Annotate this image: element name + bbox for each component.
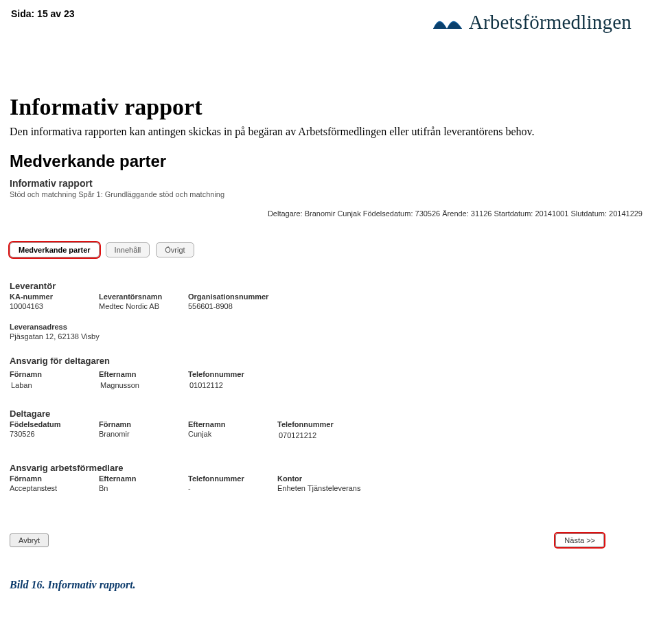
participant-summary-line: Deltagare: Branomir Cunjak Födelsedatum:… xyxy=(10,209,643,218)
label-deltagare-fornamn: Förnamn xyxy=(99,420,188,428)
field-ka-nummer: KA-nummer 10004163 xyxy=(10,292,99,310)
value-deltagare-dob: 730526 xyxy=(10,430,99,438)
field-leverantorsnamn: Leverantörsnamn Medtec Nordic AB xyxy=(99,292,188,310)
group-leverantor: Leverantör KA-nummer 10004163 Leverantör… xyxy=(10,281,645,341)
field-leveransadress: Leveransadress Pjäsgatan 12, 62138 Visby xyxy=(10,323,645,341)
group-title-ansvarig: Ansvarig för deltagaren xyxy=(10,356,645,366)
field-ansvarig-fornamn: Förnamn Laban xyxy=(10,370,99,389)
label-formedlare-efternamn: Efternamn xyxy=(99,474,188,483)
section-description: Den informativa rapporten kan antingen s… xyxy=(10,124,647,139)
form-subtitle: Stöd och matchning Spår 1: Grundläggande… xyxy=(10,190,645,198)
value-deltagare-fornamn: Branomir xyxy=(99,430,188,438)
field-deltagare-telefon: Telefonnummer 070121212 xyxy=(277,420,367,439)
field-orgnr: Organisationsnummer 556601-8908 xyxy=(188,292,305,310)
label-ansvarig-fornamn: Förnamn xyxy=(10,370,99,378)
label-ka-nummer: KA-nummer xyxy=(10,292,99,301)
value-ansvarig-telefon: 01012112 xyxy=(189,381,277,389)
group-title-deltagare: Deltagare xyxy=(10,409,645,419)
value-ansvarig-efternamn: Magnusson xyxy=(100,381,188,389)
label-formedlare-kontor: Kontor xyxy=(277,474,394,483)
group-title-leverantor: Leverantör xyxy=(10,281,645,291)
tab-medverkande-parter[interactable]: Medverkande parter xyxy=(10,242,100,257)
figure-caption: Bild 16. Informativ rapport. xyxy=(10,579,647,591)
label-formedlare-fornamn: Förnamn xyxy=(10,474,99,483)
brand-text: Arbetsförmedlingen xyxy=(469,11,632,34)
field-deltagare-fornamn: Förnamn Branomir xyxy=(99,420,188,439)
field-ansvarig-efternamn: Efternamn Magnusson xyxy=(99,370,188,389)
group-formedlare: Ansvarig arbetsförmedlare Förnamn Accept… xyxy=(10,463,645,495)
value-formedlare-telefon: - xyxy=(188,484,277,492)
field-formedlare-telefon: Telefonnummer - xyxy=(188,474,277,492)
value-orgnr: 556601-8908 xyxy=(188,302,305,310)
value-leveransadress: Pjäsgatan 12, 62138 Visby xyxy=(10,332,645,341)
tab-innehall[interactable]: Innehåll xyxy=(106,242,150,257)
value-leverantorsnamn: Medtec Nordic AB xyxy=(99,302,188,310)
label-ansvarig-telefon: Telefonnummer xyxy=(188,370,277,378)
label-orgnr: Organisationsnummer xyxy=(188,292,305,301)
brand-logo: Arbetsförmedlingen xyxy=(432,11,632,34)
value-formedlare-fornamn: Acceptanstest xyxy=(10,484,99,492)
value-ansvarig-fornamn: Laban xyxy=(11,381,99,389)
value-deltagare-efternamn: Cunjak xyxy=(188,430,277,438)
group-ansvarig: Ansvarig för deltagaren Förnamn Laban Ef… xyxy=(10,356,645,392)
field-deltagare-efternamn: Efternamn Cunjak xyxy=(188,420,277,439)
label-leverantorsnamn: Leverantörsnamn xyxy=(99,292,188,301)
label-deltagare-efternamn: Efternamn xyxy=(188,420,277,428)
subsection-title: Medverkande parter xyxy=(10,152,647,171)
group-title-formedlare: Ansvarig arbetsförmedlare xyxy=(10,463,645,473)
tab-row: Medverkande parter Innehåll Övrigt xyxy=(10,242,645,257)
section-title: Informativ rapport xyxy=(10,94,647,120)
value-ka-nummer: 10004163 xyxy=(10,302,99,310)
form-footer-buttons: Avbryt Nästa >> xyxy=(10,533,645,547)
brand-mark-icon xyxy=(432,14,463,32)
label-deltagare-dob: Födelsedatum xyxy=(10,420,99,428)
form-screenshot-area: Informativ rapport Stöd och matchning Sp… xyxy=(10,178,645,547)
label-ansvarig-efternamn: Efternamn xyxy=(99,370,188,378)
field-ansvarig-telefon: Telefonnummer 01012112 xyxy=(188,370,277,389)
field-formedlare-efternamn: Efternamn Bn xyxy=(99,474,188,492)
field-formedlare-fornamn: Förnamn Acceptanstest xyxy=(10,474,99,492)
label-leveransadress: Leveransadress xyxy=(10,323,645,331)
field-formedlare-kontor: Kontor Enheten Tjänsteleverans xyxy=(277,474,394,492)
value-deltagare-telefon: 070121212 xyxy=(279,431,367,439)
label-formedlare-telefon: Telefonnummer xyxy=(188,474,277,483)
next-button[interactable]: Nästa >> xyxy=(555,533,604,547)
value-formedlare-efternamn: Bn xyxy=(99,484,188,492)
tab-ovrigt[interactable]: Övrigt xyxy=(156,242,194,257)
field-deltagare-dob: Födelsedatum 730526 xyxy=(10,420,99,439)
label-deltagare-telefon: Telefonnummer xyxy=(277,420,367,428)
cancel-button[interactable]: Avbryt xyxy=(10,533,49,547)
value-formedlare-kontor: Enheten Tjänsteleverans xyxy=(277,484,394,492)
form-title: Informativ rapport xyxy=(10,178,645,189)
group-deltagare: Deltagare Födelsedatum 730526 Förnamn Br… xyxy=(10,409,645,442)
page-counter: Sida: 15 av 23 xyxy=(11,8,75,19)
